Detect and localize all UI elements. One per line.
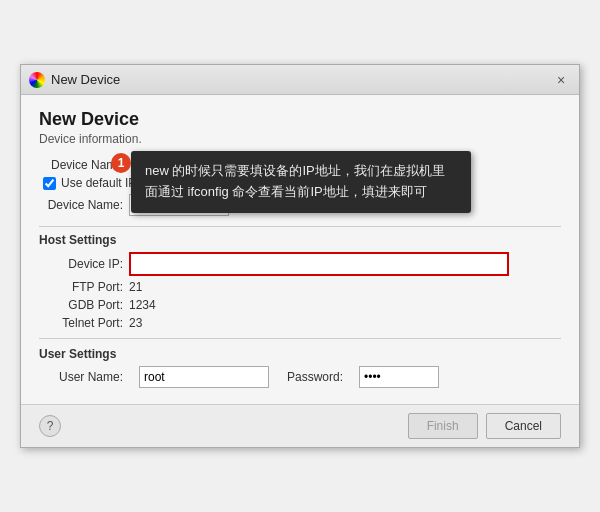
ftp-port-value: 21 (129, 280, 142, 294)
dialog-footer: ? Finish Cancel (21, 404, 579, 447)
gdb-port-label: GDB Port: (39, 298, 129, 312)
dialog-window: New Device × New Device Device informati… (20, 64, 580, 448)
divider-1 (39, 226, 561, 227)
dialog-subtitle: Device information. (39, 132, 561, 146)
gdb-port-row: GDB Port: 1234 (39, 298, 561, 312)
host-settings-section: Host Settings Device IP: FTP Port: 21 GD… (39, 233, 561, 330)
dialog-body: New Device Device information. 1 new 的时候… (21, 95, 579, 404)
title-bar-left: New Device (29, 72, 120, 88)
user-settings-section: User Settings User Name: Password: (39, 347, 561, 388)
device-ip-row: Device IP: (39, 252, 561, 276)
user-settings-label: User Settings (39, 347, 561, 361)
app-icon (29, 72, 45, 88)
device-name-field-label: Device Name: (39, 198, 129, 212)
step-badge: 1 (111, 153, 131, 173)
device-ip-input[interactable] (129, 252, 509, 276)
user-name-label: User Name: (39, 370, 129, 384)
telnet-port-value: 23 (129, 316, 142, 330)
user-name-input[interactable] (139, 366, 269, 388)
title-bar-text: New Device (51, 72, 120, 87)
user-name-row: User Name: Password: (39, 366, 561, 388)
gdb-port-value: 1234 (129, 298, 156, 312)
dialog-title: New Device (39, 109, 561, 130)
ftp-port-label: FTP Port: (39, 280, 129, 294)
password-label: Password: (279, 370, 349, 384)
help-button[interactable]: ? (39, 415, 61, 437)
use-default-ip-label: Use default IP (61, 176, 136, 190)
divider-2 (39, 338, 561, 339)
title-bar: New Device × (21, 65, 579, 95)
telnet-port-label: Telnet Port: (39, 316, 129, 330)
cancel-button[interactable]: Cancel (486, 413, 561, 439)
password-input[interactable] (359, 366, 439, 388)
telnet-port-row: Telnet Port: 23 (39, 316, 561, 330)
ftp-port-row: FTP Port: 21 (39, 280, 561, 294)
device-ip-label: Device IP: (39, 257, 129, 271)
tooltip-popup: new 的时候只需要填设备的IP地址，我们在虚拟机里面通过 ifconfig 命… (131, 151, 471, 213)
use-default-ip-checkbox[interactable] (43, 177, 56, 190)
host-settings-label: Host Settings (39, 233, 561, 247)
footer-buttons: Finish Cancel (408, 413, 561, 439)
close-button[interactable]: × (551, 70, 571, 90)
finish-button[interactable]: Finish (408, 413, 478, 439)
